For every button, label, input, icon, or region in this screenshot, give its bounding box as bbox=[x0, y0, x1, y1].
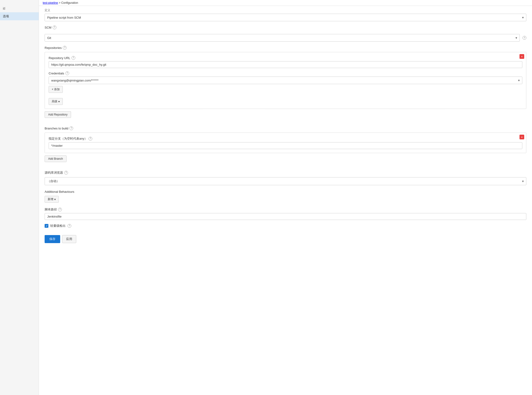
lightweight-checkout-help-icon[interactable]: ? bbox=[68, 224, 71, 228]
credentials-value: wangxiang@qimingpian.com/****** bbox=[51, 79, 98, 82]
chevron-down-icon: ▾ bbox=[58, 100, 60, 103]
chevron-down-icon: ▾ bbox=[518, 78, 520, 82]
add-repository-button[interactable]: Add Repository bbox=[45, 111, 71, 118]
script-path-help-icon[interactable]: ? bbox=[58, 208, 62, 211]
scm-label: SCM ? bbox=[45, 26, 56, 29]
script-path-section: 脚本路径 ? bbox=[45, 207, 526, 220]
chevron-down-icon: ▾ bbox=[522, 179, 524, 183]
repo-url-input[interactable] bbox=[49, 61, 522, 68]
repo-url-help-icon[interactable]: ? bbox=[71, 56, 75, 60]
add-branch-button[interactable]: Add Branch bbox=[45, 155, 67, 162]
advanced-button[interactable]: 高级 ▾ bbox=[49, 98, 63, 105]
branches-label: Branches to build ? bbox=[45, 126, 526, 130]
lightweight-checkout-label: 轻量级检出 bbox=[50, 224, 66, 228]
branches-help-icon[interactable]: ? bbox=[69, 126, 73, 130]
breadcrumb-current: Configuration bbox=[61, 1, 78, 5]
new-add-label: 新增 bbox=[48, 197, 53, 201]
credentials-label: Credentials ? bbox=[49, 71, 522, 75]
source-browser-dropdown[interactable]: （自动） ▾ bbox=[45, 177, 526, 185]
branch-specifier-input[interactable] bbox=[49, 142, 522, 149]
branches-section: Branches to build ? × 指定分支（为空时代表any） ? A… bbox=[45, 126, 526, 167]
scm-git-dropdown[interactable]: Git ▾ bbox=[45, 34, 520, 42]
sidebar-partial-label: itl bbox=[0, 5, 39, 12]
script-path-input[interactable] bbox=[45, 213, 526, 220]
chevron-down-icon: ▾ bbox=[522, 16, 524, 19]
chevron-down-icon: ▾ bbox=[54, 198, 56, 201]
main-content: test-pipeline > Configuration 定义 Pipelin… bbox=[39, 0, 532, 395]
breadcrumb-pipeline[interactable]: test-pipeline bbox=[43, 1, 58, 5]
apply-button[interactable]: 应用 bbox=[62, 235, 76, 243]
credentials-dropdown[interactable]: wangxiang@qimingpian.com/****** ▾ bbox=[49, 77, 522, 84]
new-add-button[interactable]: 新增 ▾ bbox=[45, 196, 59, 203]
pipeline-definition-value: Pipeline script from SCM bbox=[47, 16, 81, 19]
repositories-label: Repositories ? bbox=[45, 46, 526, 49]
scm-dropdown-help-icon[interactable]: ? bbox=[522, 36, 526, 40]
scm-git-value: Git bbox=[47, 36, 51, 40]
scm-help-icon[interactable]: ? bbox=[53, 26, 56, 29]
breadcrumb: test-pipeline > Configuration bbox=[39, 0, 532, 6]
scm-row: SCM ? bbox=[45, 26, 526, 32]
repo-close-button[interactable]: × bbox=[520, 54, 524, 59]
lightweight-checkout-checkbox[interactable] bbox=[45, 224, 48, 228]
branch-close-button[interactable]: × bbox=[520, 135, 524, 139]
source-browser-value: （自动） bbox=[47, 179, 59, 183]
repo-url-label: Repository URL ? bbox=[49, 56, 522, 60]
additional-behaviours-label: Additional Behaviours bbox=[45, 190, 526, 193]
repository-card: × Repository URL ? Credentials ? bbox=[45, 52, 526, 109]
repositories-section: Repositories ? × Repository URL ? bbox=[45, 46, 526, 123]
sidebar: itl 选项 bbox=[0, 0, 39, 395]
pipeline-definition-dropdown[interactable]: Pipeline script from SCM ▾ bbox=[45, 14, 526, 21]
additional-behaviours-section: Additional Behaviours 新增 ▾ bbox=[45, 190, 526, 203]
script-path-label: 脚本路径 ? bbox=[45, 207, 526, 212]
add-credentials-button[interactable]: + 添加 bbox=[49, 86, 63, 93]
source-browser-label: 源码库浏览器 ? bbox=[45, 170, 526, 175]
source-browser-section: 源码库浏览器 ? （自动） ▾ bbox=[45, 170, 526, 185]
breadcrumb-separator: > bbox=[59, 1, 60, 5]
credentials-row: Credentials ? wangxiang@qimingpian.com/*… bbox=[49, 71, 522, 93]
chevron-down-icon: ▾ bbox=[516, 36, 517, 40]
advanced-label: 高级 bbox=[52, 99, 57, 104]
branch-specifier-help-icon[interactable]: ? bbox=[89, 137, 92, 141]
source-browser-help-icon[interactable]: ? bbox=[64, 171, 68, 175]
lightweight-checkout-row: 轻量级检出 ? bbox=[45, 224, 526, 228]
sidebar-item-options[interactable]: 选项 bbox=[0, 12, 39, 20]
branch-specifier-label: 指定分支（为空时代表any） ? bbox=[49, 137, 522, 141]
section-top-label: 定义 bbox=[45, 8, 526, 12]
branch-card: × 指定分支（为空时代表any） ? bbox=[45, 132, 526, 153]
action-buttons: 保存 应用 bbox=[45, 233, 526, 243]
credentials-help-icon[interactable]: ? bbox=[65, 71, 69, 75]
repositories-help-icon[interactable]: ? bbox=[63, 46, 67, 49]
save-button[interactable]: 保存 bbox=[45, 235, 60, 243]
